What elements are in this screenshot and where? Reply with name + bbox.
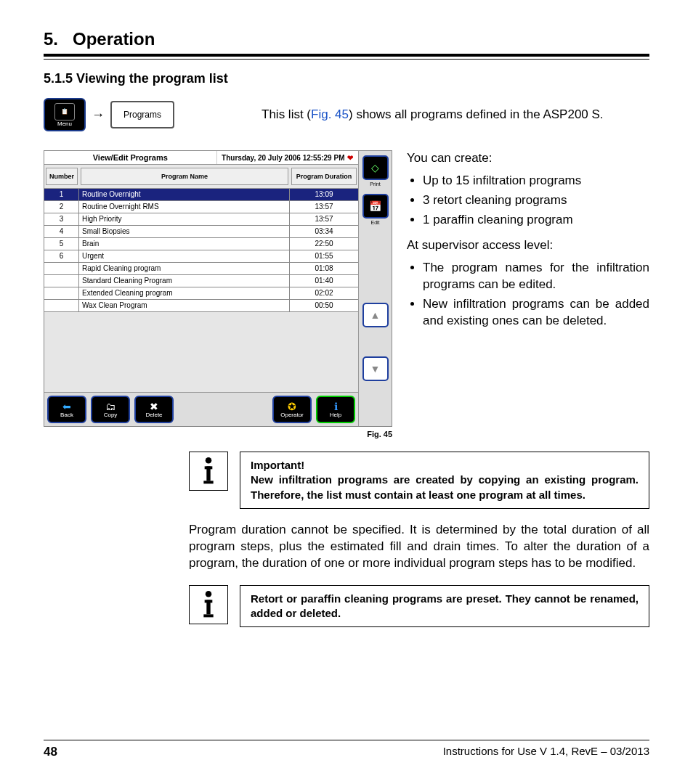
col-header-duration: Program Duration [291,168,357,185]
important-text: Important! New infiltration programs are… [240,452,649,509]
table-headers: Number Program Name Program Duration [44,165,358,189]
col-header-number: Number [46,168,78,185]
window-title: View/Edit Programs [44,151,217,164]
chapter-title: Operation [73,29,155,49]
svg-rect-3 [203,481,213,483]
operator-button[interactable]: ✪Operator [272,396,312,423]
edit-icon: 📅 [369,200,381,212]
doc-version: Instructions for Use V 1.4, RevE – 03/20… [443,745,649,759]
preset-text: Retort or paraffin cleaning programs are… [240,585,649,628]
cell-duration: 13:57 [290,213,358,225]
cell-number [44,275,79,287]
delete-icon: ✖ [150,401,158,412]
scroll-down-button[interactable]: ▼ [362,356,389,381]
bottom-toolbar: ⬅Back 🗂Copy ✖Delete ✪Operator ℹHelp [44,392,358,426]
clipboard-icon: 📋 [61,108,68,115]
figure-link[interactable]: Fig. 45 [311,107,349,121]
table-row[interactable]: 3High Priority13:57 [44,213,358,226]
col-header-name: Program Name [81,168,288,185]
copy-button[interactable]: 🗂Copy [91,396,130,423]
cell-number: 5 [44,238,79,250]
edit-button[interactable]: 📅 [362,194,389,219]
menu-button[interactable]: 📋 Menu [44,98,86,131]
cell-name: High Priority [79,213,290,225]
cell-duration: 03:34 [290,226,358,237]
cell-name: Extended Cleaning program [79,287,290,299]
cell-number: 6 [44,250,79,262]
cell-duration: 22:50 [290,238,358,250]
cell-number: 3 [44,213,79,225]
table-row[interactable]: Extended Cleaning program02:02 [44,287,358,300]
programs-button[interactable]: Programs [110,101,174,128]
cell-number [44,300,79,311]
menu-label: Menu [57,121,72,127]
supervisor-intro: At supervisor access level: [407,237,649,254]
arrow-left-icon: ⬅ [62,401,71,412]
svg-rect-2 [206,466,210,481]
important-note: Important! New infiltration programs are… [189,452,649,509]
arrow-right-icon: → [92,107,105,123]
intro-text: This list (Fig. 45) shows all programs d… [262,107,649,122]
nav-path: 📋 Menu → Programs [44,98,174,131]
table-row[interactable]: Wax Clean Program00:50 [44,300,358,312]
preset-note: Retort or paraffin cleaning programs are… [189,585,649,628]
cell-duration: 01:08 [290,263,358,274]
table-row[interactable]: 6Urgent01:55 [44,250,358,263]
delete-button[interactable]: ✖Delete [134,396,174,423]
description-column: You can create: Up to 15 infiltration pr… [407,150,649,438]
info-i-icon [198,590,219,619]
cell-number: 2 [44,201,79,213]
list-item: 1 paraffin cleaning program [423,212,649,229]
create-intro: You can create: [407,150,649,167]
cell-name: Rapid Cleaning program [79,263,290,274]
scroll-up-button[interactable]: ▲ [362,303,389,327]
supervisor-list: The program names for the infiltration p… [407,260,649,330]
cell-name: Standard Cleaning Program [79,275,290,287]
info-i-icon [198,457,219,486]
heart-icon: ❤ [347,154,353,162]
cell-number [44,263,79,274]
info-icon-box [189,452,228,491]
chapter-number: 5. [44,29,58,49]
chapter-header: 5. Operation [44,29,649,57]
cell-duration: 02:02 [290,287,358,299]
help-button[interactable]: ℹHelp [316,396,355,423]
cell-duration: 00:50 [290,300,358,311]
svg-point-0 [206,457,212,464]
svg-rect-6 [206,600,210,614]
section-title: 5.1.5 Viewing the program list [44,71,649,86]
cell-number: 4 [44,226,79,237]
operator-icon: ✪ [288,401,296,412]
copy-icon: 🗂 [105,401,115,412]
print-icon: ◇ [371,162,379,173]
list-item: Up to 15 infiltration programs [423,173,649,189]
cell-name: Routine Overnight [79,189,290,200]
table-row[interactable]: 1Routine Overnight13:09 [44,189,358,201]
cell-duration: 01:55 [290,250,358,262]
cell-number: 1 [44,189,79,200]
window-titlebar: View/Edit Programs Thursday, 20 July 200… [44,151,358,165]
cell-duration: 01:40 [290,275,358,287]
cell-name: Urgent [79,250,290,262]
page-number: 48 [44,745,57,759]
program-list-screenshot: View/Edit Programs Thursday, 20 July 200… [44,150,392,427]
table-row[interactable]: 5Brain22:50 [44,238,358,250]
list-item: New infiltration programs can be added a… [423,296,649,330]
info-icon-box [189,585,228,624]
cell-duration: 13:57 [290,201,358,213]
program-table: 1Routine Overnight13:092Routine Overnigh… [44,189,358,312]
cell-duration: 13:09 [290,189,358,200]
table-row[interactable]: 4Small Biopsies03:34 [44,226,358,238]
side-toolbar: ◇ Print 📅 Edit ▲ ▼ [358,151,392,426]
table-row[interactable]: Rapid Cleaning program01:08 [44,263,358,275]
info-icon: ℹ [334,401,338,412]
page-footer: 48 Instructions for Use V 1.4, RevE – 03… [44,740,649,759]
table-row[interactable]: 2Routine Overnight RMS13:57 [44,201,358,213]
table-row[interactable]: Standard Cleaning Program01:40 [44,275,358,287]
print-button[interactable]: ◇ [362,155,389,180]
chevron-up-icon: ▲ [370,309,381,321]
figure-caption: Fig. 45 [44,430,392,438]
cell-name: Wax Clean Program [79,300,290,311]
chevron-down-icon: ▼ [370,363,381,375]
back-button[interactable]: ⬅Back [47,396,86,423]
